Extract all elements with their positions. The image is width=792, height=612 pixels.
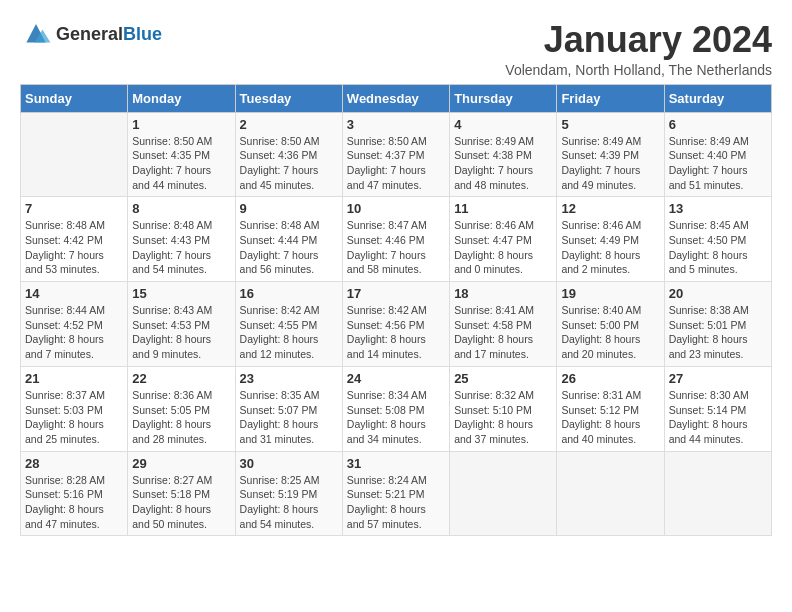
calendar-cell-w4-d2: 22Sunrise: 8:36 AMSunset: 5:05 PMDayligh… — [128, 366, 235, 451]
day-info: Sunrise: 8:49 AMSunset: 4:39 PMDaylight:… — [561, 134, 659, 193]
day-info: Sunrise: 8:48 AMSunset: 4:43 PMDaylight:… — [132, 218, 230, 277]
calendar-cell-w1-d6: 5Sunrise: 8:49 AMSunset: 4:39 PMDaylight… — [557, 112, 664, 197]
week-row-5: 28Sunrise: 8:28 AMSunset: 5:16 PMDayligh… — [21, 451, 772, 536]
day-number: 26 — [561, 371, 659, 386]
calendar-cell-w2-d7: 13Sunrise: 8:45 AMSunset: 4:50 PMDayligh… — [664, 197, 771, 282]
weekday-header-friday: Friday — [557, 84, 664, 112]
day-info: Sunrise: 8:28 AMSunset: 5:16 PMDaylight:… — [25, 473, 123, 532]
day-number: 22 — [132, 371, 230, 386]
day-info: Sunrise: 8:36 AMSunset: 5:05 PMDaylight:… — [132, 388, 230, 447]
day-info: Sunrise: 8:48 AMSunset: 4:42 PMDaylight:… — [25, 218, 123, 277]
day-number: 7 — [25, 201, 123, 216]
day-number: 20 — [669, 286, 767, 301]
calendar-cell-w5-d1: 28Sunrise: 8:28 AMSunset: 5:16 PMDayligh… — [21, 451, 128, 536]
calendar-cell-w3-d1: 14Sunrise: 8:44 AMSunset: 4:52 PMDayligh… — [21, 282, 128, 367]
day-info: Sunrise: 8:37 AMSunset: 5:03 PMDaylight:… — [25, 388, 123, 447]
day-number: 19 — [561, 286, 659, 301]
weekday-header-tuesday: Tuesday — [235, 84, 342, 112]
calendar-cell-w2-d6: 12Sunrise: 8:46 AMSunset: 4:49 PMDayligh… — [557, 197, 664, 282]
calendar-table: SundayMondayTuesdayWednesdayThursdayFrid… — [20, 84, 772, 537]
day-number: 3 — [347, 117, 445, 132]
calendar-cell-w5-d5 — [450, 451, 557, 536]
day-number: 31 — [347, 456, 445, 471]
logo-blue: Blue — [123, 24, 162, 44]
day-number: 29 — [132, 456, 230, 471]
day-info: Sunrise: 8:50 AMSunset: 4:36 PMDaylight:… — [240, 134, 338, 193]
day-number: 23 — [240, 371, 338, 386]
day-number: 25 — [454, 371, 552, 386]
day-number: 2 — [240, 117, 338, 132]
day-info: Sunrise: 8:43 AMSunset: 4:53 PMDaylight:… — [132, 303, 230, 362]
page-header: GeneralBlue January 2024 Volendam, North… — [20, 20, 772, 78]
day-info: Sunrise: 8:24 AMSunset: 5:21 PMDaylight:… — [347, 473, 445, 532]
calendar-cell-w4-d3: 23Sunrise: 8:35 AMSunset: 5:07 PMDayligh… — [235, 366, 342, 451]
calendar-cell-w4-d1: 21Sunrise: 8:37 AMSunset: 5:03 PMDayligh… — [21, 366, 128, 451]
day-number: 27 — [669, 371, 767, 386]
logo-icon — [20, 20, 52, 48]
day-info: Sunrise: 8:45 AMSunset: 4:50 PMDaylight:… — [669, 218, 767, 277]
day-info: Sunrise: 8:31 AMSunset: 5:12 PMDaylight:… — [561, 388, 659, 447]
calendar-cell-w5-d6 — [557, 451, 664, 536]
calendar-cell-w3-d6: 19Sunrise: 8:40 AMSunset: 5:00 PMDayligh… — [557, 282, 664, 367]
day-info: Sunrise: 8:46 AMSunset: 4:49 PMDaylight:… — [561, 218, 659, 277]
week-row-4: 21Sunrise: 8:37 AMSunset: 5:03 PMDayligh… — [21, 366, 772, 451]
day-info: Sunrise: 8:42 AMSunset: 4:55 PMDaylight:… — [240, 303, 338, 362]
day-info: Sunrise: 8:42 AMSunset: 4:56 PMDaylight:… — [347, 303, 445, 362]
day-info: Sunrise: 8:35 AMSunset: 5:07 PMDaylight:… — [240, 388, 338, 447]
day-number: 8 — [132, 201, 230, 216]
calendar-cell-w1-d7: 6Sunrise: 8:49 AMSunset: 4:40 PMDaylight… — [664, 112, 771, 197]
day-number: 5 — [561, 117, 659, 132]
calendar-cell-w1-d2: 1Sunrise: 8:50 AMSunset: 4:35 PMDaylight… — [128, 112, 235, 197]
day-number: 11 — [454, 201, 552, 216]
day-info: Sunrise: 8:25 AMSunset: 5:19 PMDaylight:… — [240, 473, 338, 532]
calendar-cell-w5-d7 — [664, 451, 771, 536]
logo: GeneralBlue — [20, 20, 162, 48]
calendar-cell-w5-d2: 29Sunrise: 8:27 AMSunset: 5:18 PMDayligh… — [128, 451, 235, 536]
day-info: Sunrise: 8:34 AMSunset: 5:08 PMDaylight:… — [347, 388, 445, 447]
day-info: Sunrise: 8:30 AMSunset: 5:14 PMDaylight:… — [669, 388, 767, 447]
calendar-cell-w4-d4: 24Sunrise: 8:34 AMSunset: 5:08 PMDayligh… — [342, 366, 449, 451]
calendar-cell-w2-d3: 9Sunrise: 8:48 AMSunset: 4:44 PMDaylight… — [235, 197, 342, 282]
day-number: 14 — [25, 286, 123, 301]
calendar-cell-w4-d7: 27Sunrise: 8:30 AMSunset: 5:14 PMDayligh… — [664, 366, 771, 451]
day-number: 13 — [669, 201, 767, 216]
week-row-2: 7Sunrise: 8:48 AMSunset: 4:42 PMDaylight… — [21, 197, 772, 282]
calendar-cell-w1-d1 — [21, 112, 128, 197]
day-info: Sunrise: 8:49 AMSunset: 4:40 PMDaylight:… — [669, 134, 767, 193]
day-number: 9 — [240, 201, 338, 216]
location-title: Volendam, North Holland, The Netherlands — [505, 62, 772, 78]
day-number: 1 — [132, 117, 230, 132]
calendar-cell-w3-d2: 15Sunrise: 8:43 AMSunset: 4:53 PMDayligh… — [128, 282, 235, 367]
week-row-3: 14Sunrise: 8:44 AMSunset: 4:52 PMDayligh… — [21, 282, 772, 367]
logo-text: GeneralBlue — [56, 24, 162, 45]
day-info: Sunrise: 8:44 AMSunset: 4:52 PMDaylight:… — [25, 303, 123, 362]
calendar-cell-w2-d4: 10Sunrise: 8:47 AMSunset: 4:46 PMDayligh… — [342, 197, 449, 282]
calendar-cell-w4-d5: 25Sunrise: 8:32 AMSunset: 5:10 PMDayligh… — [450, 366, 557, 451]
weekday-header-monday: Monday — [128, 84, 235, 112]
calendar-cell-w4-d6: 26Sunrise: 8:31 AMSunset: 5:12 PMDayligh… — [557, 366, 664, 451]
week-row-1: 1Sunrise: 8:50 AMSunset: 4:35 PMDaylight… — [21, 112, 772, 197]
day-info: Sunrise: 8:46 AMSunset: 4:47 PMDaylight:… — [454, 218, 552, 277]
title-block: January 2024 Volendam, North Holland, Th… — [505, 20, 772, 78]
day-info: Sunrise: 8:47 AMSunset: 4:46 PMDaylight:… — [347, 218, 445, 277]
weekday-header-saturday: Saturday — [664, 84, 771, 112]
calendar-cell-w1-d4: 3Sunrise: 8:50 AMSunset: 4:37 PMDaylight… — [342, 112, 449, 197]
day-info: Sunrise: 8:50 AMSunset: 4:37 PMDaylight:… — [347, 134, 445, 193]
day-info: Sunrise: 8:49 AMSunset: 4:38 PMDaylight:… — [454, 134, 552, 193]
day-number: 15 — [132, 286, 230, 301]
day-number: 6 — [669, 117, 767, 132]
day-number: 12 — [561, 201, 659, 216]
day-number: 16 — [240, 286, 338, 301]
calendar-cell-w2-d5: 11Sunrise: 8:46 AMSunset: 4:47 PMDayligh… — [450, 197, 557, 282]
weekday-header-row: SundayMondayTuesdayWednesdayThursdayFrid… — [21, 84, 772, 112]
day-info: Sunrise: 8:50 AMSunset: 4:35 PMDaylight:… — [132, 134, 230, 193]
calendar-cell-w1-d5: 4Sunrise: 8:49 AMSunset: 4:38 PMDaylight… — [450, 112, 557, 197]
weekday-header-wednesday: Wednesday — [342, 84, 449, 112]
day-info: Sunrise: 8:40 AMSunset: 5:00 PMDaylight:… — [561, 303, 659, 362]
calendar-cell-w5-d4: 31Sunrise: 8:24 AMSunset: 5:21 PMDayligh… — [342, 451, 449, 536]
weekday-header-thursday: Thursday — [450, 84, 557, 112]
calendar-cell-w3-d4: 17Sunrise: 8:42 AMSunset: 4:56 PMDayligh… — [342, 282, 449, 367]
day-info: Sunrise: 8:32 AMSunset: 5:10 PMDaylight:… — [454, 388, 552, 447]
day-number: 4 — [454, 117, 552, 132]
day-info: Sunrise: 8:27 AMSunset: 5:18 PMDaylight:… — [132, 473, 230, 532]
